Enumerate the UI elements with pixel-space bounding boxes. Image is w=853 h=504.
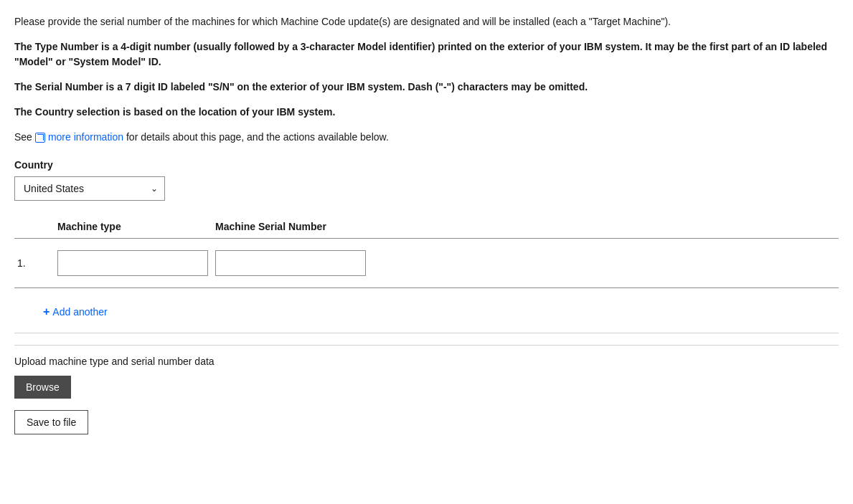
add-another-section: + Add another: [14, 295, 839, 333]
row-number: 1.: [14, 257, 57, 269]
add-another-label: Add another: [52, 306, 107, 318]
more-info-link[interactable]: more information: [35, 130, 123, 145]
upload-section: Upload machine type and serial number da…: [14, 345, 839, 434]
more-info-link-text: more information: [48, 130, 123, 145]
intro-para1: Please provide the serial number of the …: [14, 14, 839, 29]
country-label: Country: [14, 159, 839, 171]
more-info-line: See more information for details about t…: [14, 130, 839, 145]
machines-header-row: Machine type Machine Serial Number: [14, 221, 839, 239]
country-section: Country United States Canada United King…: [14, 159, 839, 201]
info-icon: [35, 133, 45, 143]
machine-type-input[interactable]: [57, 250, 208, 276]
browse-button[interactable]: Browse: [14, 376, 71, 399]
browse-button-wrapper: Browse: [14, 376, 839, 407]
more-info-prefix: See: [14, 130, 32, 145]
col-machine-serial-header: Machine Serial Number: [215, 221, 380, 232]
col-machine-type-header: Machine type: [57, 221, 215, 232]
save-to-file-button[interactable]: Save to file: [14, 410, 88, 434]
more-info-suffix: for details about this page, and the act…: [126, 130, 389, 145]
machine-serial-input[interactable]: [215, 250, 366, 276]
add-another-link[interactable]: + Add another: [43, 305, 108, 318]
country-select[interactable]: United States Canada United Kingdom Germ…: [14, 176, 165, 201]
intro-para4: The Country selection is based on the lo…: [14, 105, 839, 120]
intro-para2: The Type Number is a 4-digit number (usu…: [14, 39, 839, 70]
col-number-header: [14, 221, 57, 232]
col-extra-header: [380, 221, 839, 232]
intro-para3: The Serial Number is a 7 digit ID labele…: [14, 80, 839, 95]
machine-type-cell: [57, 250, 215, 276]
save-to-file-wrapper: Save to file: [14, 410, 839, 434]
machines-table-section: Machine type Machine Serial Number 1.: [14, 221, 839, 288]
machine-serial-cell: [215, 250, 380, 276]
plus-icon: +: [43, 305, 50, 318]
table-row: 1.: [14, 239, 839, 288]
page-container: Please provide the serial number of the …: [14, 14, 839, 434]
country-select-wrapper: United States Canada United Kingdom Germ…: [14, 176, 165, 201]
upload-label: Upload machine type and serial number da…: [14, 356, 839, 367]
